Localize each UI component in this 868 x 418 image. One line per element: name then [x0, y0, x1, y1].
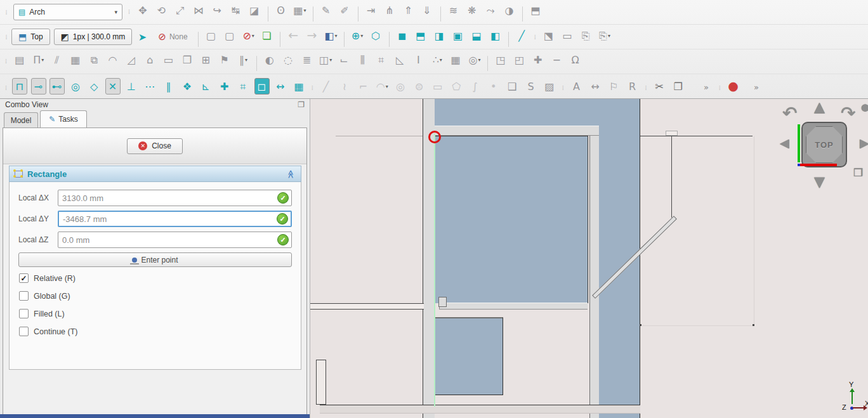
arch-add-component-icon[interactable]: ✚ — [530, 52, 546, 69]
collapse-section-icon[interactable]: ≪ — [287, 169, 296, 178]
draft-rectangle-icon[interactable]: ▭ — [430, 78, 445, 95]
nav-dot-icon[interactable]: ● — [861, 101, 868, 113]
arch-survey-icon[interactable]: Ω — [568, 52, 583, 69]
draft-array-icon[interactable]: ▦▾ — [292, 3, 307, 19]
arch-cut-line-icon[interactable]: ◰ — [512, 52, 527, 69]
snap-ortho-icon[interactable]: ⋯ — [143, 78, 158, 95]
draft-fillet-icon[interactable]: ⌐ — [356, 78, 371, 95]
draft-offset-icon[interactable]: ↪ — [210, 3, 225, 19]
arch-building-icon[interactable]: ⌂ — [143, 52, 158, 69]
navigation-cube[interactable]: TOP — [801, 122, 847, 167]
arch-space-icon[interactable]: ◌ — [281, 52, 296, 69]
snap-extension-icon[interactable]: ✚ — [217, 78, 232, 95]
3d-viewport[interactable]: ▲ ↶ ↷ ● ◀ ▶ ▼ TOP ❒ Y Z X — [310, 99, 868, 418]
draft-scale-icon[interactable]: ⤢ — [173, 3, 188, 19]
draft-wire-icon[interactable]: ≀ — [338, 78, 353, 95]
working-plane-top-button[interactable]: ⬒ Top — [11, 29, 50, 45]
arch-panel-icon[interactable]: ⚑ — [217, 52, 232, 69]
draft-facebinder-icon[interactable]: ❑ — [505, 78, 520, 95]
box-element-selection-icon[interactable]: ▢ — [204, 28, 219, 44]
nav-arrow-down-icon[interactable]: ▼ — [814, 174, 825, 190]
checkbox[interactable] — [19, 291, 29, 301]
arch-remove-component-icon[interactable]: − — [549, 52, 565, 69]
coordinate-input[interactable]: -3468.7 mm ✓ — [58, 211, 292, 227]
draft-slope-icon[interactable]: ⤳ — [483, 3, 499, 19]
checkbox[interactable]: ✓ — [19, 273, 29, 283]
draft-circle-icon[interactable]: ◎ — [393, 78, 409, 95]
rectangle-section-header[interactable]: Rectangle ≪ — [9, 166, 301, 182]
arch-site-icon[interactable]: ❐ — [180, 52, 195, 69]
nav-arrow-right-icon[interactable]: ▶ — [860, 136, 868, 150]
nav-back-icon[interactable]: ← — [286, 27, 301, 43]
snap-grid-icon[interactable]: ⌗ — [235, 78, 251, 95]
arch-opening-icon[interactable]: ◫▾ — [318, 52, 333, 69]
group-icon[interactable]: ▭ — [560, 28, 575, 44]
draft-trimex-icon[interactable]: ↹ — [228, 3, 244, 19]
checkbox-row[interactable]: Filled (L) — [19, 309, 292, 318]
snap-near-icon[interactable]: ⊾ — [199, 78, 214, 95]
tab-tasks[interactable]: ✎ Tasks — [40, 110, 87, 127]
box-selection-icon[interactable]: ▢ — [222, 28, 237, 44]
workbench-selector[interactable]: ▤ Arch ▾ — [13, 4, 122, 20]
draft-hatch-icon[interactable]: ▨ — [542, 78, 557, 95]
draft-polygon-icon[interactable]: ⬠ — [449, 78, 464, 95]
nav-rotate-left-icon[interactable]: ↶ — [782, 103, 797, 124]
draft-label-icon[interactable]: ⚐ — [607, 78, 622, 95]
draft-move-icon[interactable]: ✥ — [135, 3, 150, 19]
draft-arc-icon[interactable]: ◠▾ — [374, 78, 390, 95]
draft-shape2dview-icon[interactable]: ❋ — [464, 3, 480, 19]
draft-ellipse-icon[interactable]: ⊜ — [412, 78, 427, 95]
draw-style-icon[interactable]: ⊘▾ — [241, 28, 256, 44]
draft-layer-icon[interactable]: ⬒ — [529, 3, 544, 19]
snap-perpendicular-icon[interactable]: ⊥ — [124, 78, 139, 95]
arch-truss-icon[interactable]: ◺ — [393, 52, 408, 69]
draft-subelement-edit-icon[interactable]: ✐ — [337, 3, 352, 19]
view-left-icon[interactable]: ◧ — [488, 28, 503, 44]
draft-mirror-icon[interactable]: ⋈ — [191, 3, 206, 19]
draft-shapestring-icon[interactable]: S — [523, 78, 539, 95]
snap-center-icon[interactable]: ◎ — [68, 78, 83, 95]
mini-cube-icon[interactable]: ❒ — [853, 166, 863, 179]
arch-roof-icon[interactable]: ◿ — [124, 52, 139, 69]
navigation-cube-top-face[interactable]: TOP — [806, 126, 843, 163]
snap-dimensions-icon[interactable]: ↔ — [273, 78, 288, 95]
checkbox[interactable] — [19, 309, 29, 318]
arch-reference-icon[interactable]: ⧉ — [87, 52, 102, 69]
draft-to-sketch-icon[interactable]: ◪ — [247, 3, 262, 19]
tab-model[interactable]: Model — [4, 112, 38, 127]
part-icon[interactable]: ⬔ — [541, 28, 556, 44]
coordinate-input[interactable]: 0.0 mm ✓ — [58, 232, 292, 248]
draft-bspline-icon[interactable]: ∫ — [468, 78, 483, 95]
enter-point-button[interactable]: Enter point — [18, 252, 292, 267]
view-menu-cube-icon[interactable]: ◧▾ — [323, 28, 338, 44]
view-right-icon[interactable]: ◨ — [432, 28, 447, 44]
draft-annotation-styles-icon[interactable]: R — [625, 78, 640, 95]
view-bottom-icon[interactable]: ⬓ — [469, 28, 484, 44]
nav-rotate-right-icon[interactable]: ↷ — [841, 103, 855, 124]
arch-schedule-icon[interactable]: ▦ — [449, 52, 464, 69]
snap-special-icon[interactable]: ❖ — [180, 78, 195, 95]
arch-frame-icon[interactable]: ⌙ — [337, 52, 352, 69]
snap-endpoint-icon[interactable]: ⊸ — [31, 78, 46, 95]
nav-arrow-left-icon[interactable]: ◀ — [780, 136, 789, 150]
snap-midpoint-icon[interactable]: ⊷ — [49, 78, 65, 95]
draft-apply-style-icon[interactable]: ➤ — [135, 29, 150, 45]
draft-downgrade-icon[interactable]: ⇓ — [419, 3, 435, 19]
make-link-icon[interactable]: ⎘ — [579, 28, 594, 44]
draft-dimension-icon[interactable]: ↔ — [588, 78, 603, 95]
select-bbox-icon[interactable]: ❏ — [260, 28, 275, 44]
draft-flip-icon[interactable]: ◑ — [502, 3, 517, 19]
edit-cut-icon[interactable]: ✂ — [652, 78, 667, 95]
nav-arrow-up-icon[interactable]: ▲ — [814, 99, 825, 115]
close-button[interactable]: ✕ Close — [127, 138, 183, 154]
arch-column-icon[interactable]: ⫼ — [355, 52, 371, 69]
draft-edit-icon[interactable]: ✎ — [319, 3, 334, 19]
arch-curtain-wall-icon[interactable]: ▦ — [68, 52, 83, 69]
coordinate-input[interactable]: 3130.0 mm ✓ — [58, 190, 292, 206]
arch-material-icon[interactable]: ∴▾ — [430, 52, 445, 69]
view-front-icon[interactable]: ◼ — [395, 28, 410, 44]
float-panel-icon[interactable]: ❐ — [298, 100, 305, 109]
arch-pipe-icon[interactable]: ◎▾ — [467, 52, 482, 69]
arch-equipment-icon[interactable]: ▭ — [161, 52, 176, 69]
line-style-button[interactable]: ◩ 1px | 300.0 mm — [54, 29, 133, 45]
